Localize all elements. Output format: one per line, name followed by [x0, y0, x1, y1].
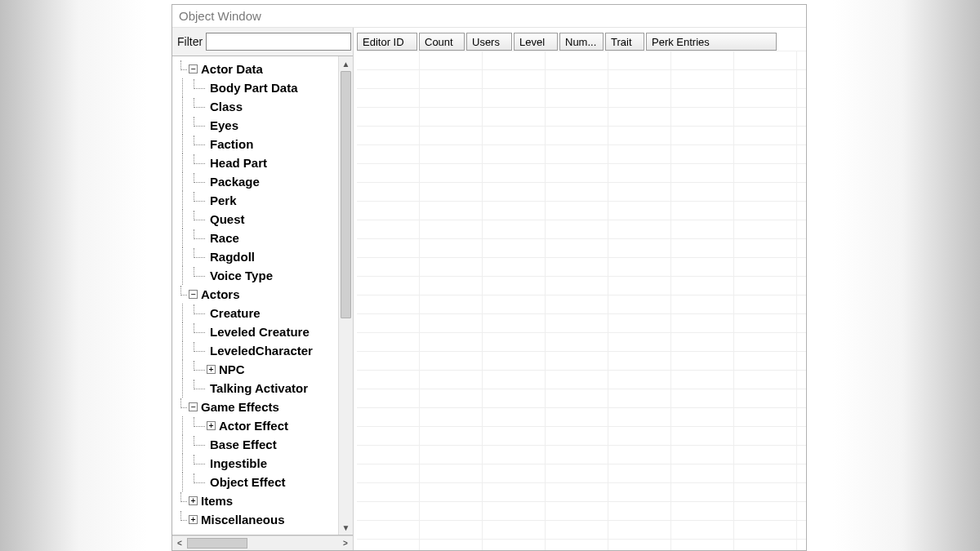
expand-icon[interactable]: +: [189, 515, 198, 524]
column-header[interactable]: Perk Entries: [646, 33, 777, 51]
tree-item-label[interactable]: Creature: [210, 304, 261, 322]
scroll-thumb[interactable]: [341, 71, 351, 318]
tree-item[interactable]: Quest: [176, 210, 338, 229]
filter-row: Filter: [172, 28, 353, 56]
tree-item-label[interactable]: Body Part Data: [210, 78, 298, 97]
tree-item[interactable]: Class: [176, 97, 338, 116]
tree-item[interactable]: +Miscellaneous: [176, 510, 338, 529]
scroll-down-icon[interactable]: ▼: [339, 520, 353, 535]
tree-item-label[interactable]: Leveled Creature: [210, 322, 310, 341]
window-body: Filter −Actor DataBody Part DataClassEye…: [172, 28, 806, 550]
scroll-right-icon[interactable]: >: [338, 539, 353, 548]
tree-vertical-scrollbar[interactable]: ▲ ▼: [338, 56, 353, 535]
tree-item[interactable]: Package: [176, 172, 338, 191]
tree-item-label[interactable]: Base Effect: [210, 435, 277, 454]
scroll-up-icon[interactable]: ▲: [339, 56, 353, 71]
category-tree[interactable]: −Actor DataBody Part DataClassEyesFactio…: [172, 56, 338, 535]
tree-item[interactable]: Talking Activator: [176, 379, 338, 398]
left-pane: Filter −Actor DataBody Part DataClassEye…: [172, 28, 354, 550]
tree-item-label[interactable]: Class: [210, 97, 243, 116]
column-header[interactable]: Num...: [559, 33, 604, 51]
expand-icon[interactable]: +: [207, 421, 216, 430]
filter-input[interactable]: [206, 33, 351, 51]
tree-item[interactable]: Base Effect: [176, 435, 338, 454]
tree-item-label[interactable]: LeveledCharacter: [210, 341, 313, 360]
tree-item-label[interactable]: Ragdoll: [210, 247, 255, 266]
column-header[interactable]: Count: [419, 33, 465, 51]
collapse-icon[interactable]: −: [189, 64, 198, 73]
tree-item[interactable]: Ingestible: [176, 454, 338, 473]
window-title: Object Window: [172, 5, 806, 28]
tree-item-label[interactable]: Package: [210, 172, 260, 191]
tree-item-label[interactable]: Quest: [210, 210, 245, 229]
right-pane: Editor IDCountUsersLevelNum...TraitPerk …: [354, 28, 806, 550]
scroll-thumb[interactable]: [187, 538, 247, 549]
tree-item[interactable]: Voice Type: [176, 266, 338, 285]
tree-item-label[interactable]: Eyes: [210, 116, 238, 135]
tree-item-label[interactable]: Actor Data: [201, 60, 263, 78]
column-headers: Editor IDCountUsersLevelNum...TraitPerk …: [357, 33, 806, 51]
tree-item[interactable]: +NPC: [176, 360, 338, 379]
expand-icon[interactable]: +: [207, 365, 216, 374]
collapse-icon[interactable]: −: [189, 290, 198, 299]
tree-item[interactable]: −Actors: [176, 285, 338, 304]
filter-label: Filter: [177, 35, 203, 48]
tree-item-label[interactable]: Ingestible: [210, 454, 267, 473]
tree-item-label[interactable]: Game Effects: [201, 398, 279, 416]
column-header[interactable]: Users: [466, 33, 512, 51]
tree-wrap: −Actor DataBody Part DataClassEyesFactio…: [172, 56, 353, 535]
tree-item-label[interactable]: Talking Activator: [210, 379, 308, 398]
tree-item-label[interactable]: Perk: [210, 191, 237, 210]
tree-item[interactable]: −Actor Data: [176, 60, 338, 78]
tree-item[interactable]: LeveledCharacter: [176, 341, 338, 360]
tree-item-label[interactable]: Race: [210, 229, 239, 247]
tree-item[interactable]: Ragdoll: [176, 247, 338, 266]
tree-item[interactable]: Head Part: [176, 153, 338, 172]
tree-item-label[interactable]: NPC: [219, 360, 245, 379]
tree-item[interactable]: Object Effect: [176, 473, 338, 491]
tree-item-label[interactable]: Head Part: [210, 153, 267, 172]
tree-item-label[interactable]: Miscellaneous: [201, 510, 285, 529]
tree-item[interactable]: Race: [176, 229, 338, 247]
data-grid[interactable]: [357, 51, 806, 550]
column-header[interactable]: Level: [514, 33, 558, 51]
tree-item[interactable]: Creature: [176, 304, 338, 322]
expand-icon[interactable]: +: [189, 496, 198, 505]
tree-item[interactable]: Body Part Data: [176, 78, 338, 97]
tree-item-label[interactable]: Faction: [210, 135, 253, 153]
tree-item[interactable]: Faction: [176, 135, 338, 153]
tree-item-label[interactable]: Items: [201, 491, 233, 510]
tree-item-label[interactable]: Actor Effect: [219, 416, 288, 435]
object-window: Object Window Filter −Actor DataBody Par…: [172, 4, 807, 551]
tree-item[interactable]: +Items: [176, 491, 338, 510]
column-header[interactable]: Trait: [605, 33, 644, 51]
tree-item[interactable]: −Game Effects: [176, 398, 338, 416]
tree-item-label[interactable]: Actors: [201, 285, 240, 304]
tree-item[interactable]: Eyes: [176, 116, 338, 135]
tree-item[interactable]: Perk: [176, 191, 338, 210]
tree-item-label[interactable]: Object Effect: [210, 473, 286, 491]
collapse-icon[interactable]: −: [189, 402, 198, 411]
tree-item[interactable]: +Actor Effect: [176, 416, 338, 435]
scroll-track[interactable]: [339, 71, 353, 520]
column-header[interactable]: Editor ID: [357, 33, 417, 51]
tree-item-label[interactable]: Voice Type: [210, 266, 273, 285]
scroll-track[interactable]: [187, 536, 338, 550]
tree-item[interactable]: Leveled Creature: [176, 322, 338, 341]
scroll-left-icon[interactable]: <: [172, 539, 187, 548]
tree-horizontal-scrollbar[interactable]: < >: [172, 535, 353, 550]
